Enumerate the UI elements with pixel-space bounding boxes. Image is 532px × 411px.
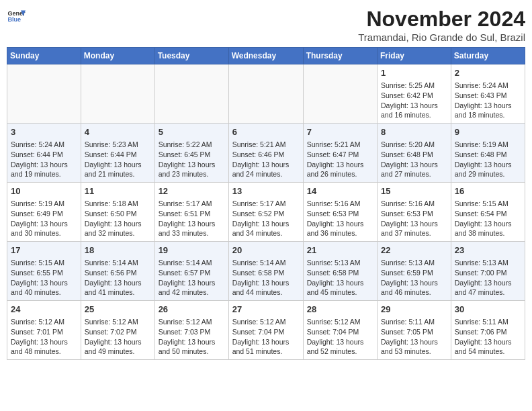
- calendar-cell: 3Sunrise: 5:24 AM Sunset: 6:44 PM Daylig…: [7, 124, 81, 183]
- day-number: 10: [11, 185, 77, 197]
- calendar-cell: 26Sunrise: 5:12 AM Sunset: 7:03 PM Dayli…: [154, 301, 228, 360]
- calendar-table: SundayMondayTuesdayWednesdayThursdayFrid…: [7, 47, 525, 360]
- calendar-cell: 23Sunrise: 5:13 AM Sunset: 7:00 PM Dayli…: [451, 242, 525, 301]
- calendar-cell: 24Sunrise: 5:12 AM Sunset: 7:01 PM Dayli…: [7, 301, 81, 360]
- day-info: Sunrise: 5:18 AM Sunset: 6:50 PM Dayligh…: [85, 199, 151, 238]
- calendar-cell: 4Sunrise: 5:23 AM Sunset: 6:44 PM Daylig…: [81, 124, 154, 183]
- day-header-thursday: Thursday: [303, 48, 377, 64]
- calendar-cell: [228, 64, 303, 124]
- day-number: 4: [85, 126, 151, 138]
- day-header-sunday: Sunday: [7, 48, 81, 64]
- day-info: Sunrise: 5:17 AM Sunset: 6:52 PM Dayligh…: [232, 199, 300, 238]
- day-number: 25: [85, 304, 151, 316]
- page-title: November 2024: [358, 7, 525, 32]
- calendar-header-row: SundayMondayTuesdayWednesdayThursdayFrid…: [7, 48, 525, 64]
- day-info: Sunrise: 5:14 AM Sunset: 6:58 PM Dayligh…: [232, 258, 300, 298]
- day-number: 2: [455, 67, 521, 79]
- calendar-cell: 14Sunrise: 5:16 AM Sunset: 6:53 PM Dayli…: [303, 183, 377, 242]
- day-number: 22: [381, 244, 447, 257]
- page-subtitle: Tramandai, Rio Grande do Sul, Brazil: [358, 32, 525, 43]
- calendar-cell: 29Sunrise: 5:11 AM Sunset: 7:05 PM Dayli…: [378, 301, 451, 360]
- day-number: 24: [11, 304, 77, 316]
- calendar-cell: 12Sunrise: 5:17 AM Sunset: 6:51 PM Dayli…: [154, 183, 228, 242]
- day-info: Sunrise: 5:23 AM Sunset: 6:44 PM Dayligh…: [85, 140, 151, 179]
- calendar-cell: 2Sunrise: 5:24 AM Sunset: 6:43 PM Daylig…: [451, 64, 525, 124]
- day-info: Sunrise: 5:25 AM Sunset: 6:42 PM Dayligh…: [381, 81, 447, 120]
- day-number: 1: [381, 67, 447, 79]
- day-info: Sunrise: 5:17 AM Sunset: 6:51 PM Dayligh…: [159, 199, 225, 238]
- day-info: Sunrise: 5:24 AM Sunset: 6:44 PM Dayligh…: [11, 140, 77, 179]
- calendar-cell: [81, 64, 154, 124]
- day-header-friday: Friday: [378, 48, 451, 64]
- day-number: 11: [85, 185, 151, 197]
- day-info: Sunrise: 5:12 AM Sunset: 7:02 PM Dayligh…: [85, 317, 151, 357]
- day-number: 17: [11, 244, 77, 257]
- logo-icon: General Blue: [7, 7, 26, 26]
- day-info: Sunrise: 5:14 AM Sunset: 6:56 PM Dayligh…: [85, 258, 151, 298]
- day-info: Sunrise: 5:11 AM Sunset: 7:06 PM Dayligh…: [455, 317, 521, 357]
- day-number: 12: [159, 185, 225, 197]
- calendar-cell: [7, 64, 81, 124]
- day-number: 26: [159, 304, 225, 316]
- day-info: Sunrise: 5:12 AM Sunset: 7:01 PM Dayligh…: [11, 317, 77, 357]
- day-header-wednesday: Wednesday: [228, 48, 303, 64]
- calendar-cell: 16Sunrise: 5:15 AM Sunset: 6:54 PM Dayli…: [451, 183, 525, 242]
- day-number: 20: [232, 244, 300, 257]
- calendar-cell: 1Sunrise: 5:25 AM Sunset: 6:42 PM Daylig…: [378, 64, 451, 124]
- calendar-cell: 19Sunrise: 5:14 AM Sunset: 6:57 PM Dayli…: [154, 242, 228, 301]
- day-header-saturday: Saturday: [451, 48, 525, 64]
- day-number: 21: [307, 244, 373, 257]
- day-number: 27: [232, 304, 300, 316]
- day-info: Sunrise: 5:13 AM Sunset: 7:00 PM Dayligh…: [455, 258, 521, 298]
- day-number: 28: [307, 304, 373, 316]
- calendar-cell: [303, 64, 377, 124]
- calendar-cell: 5Sunrise: 5:22 AM Sunset: 6:45 PM Daylig…: [154, 124, 228, 183]
- day-number: 15: [381, 185, 447, 197]
- day-number: 13: [232, 185, 300, 197]
- svg-text:Blue: Blue: [7, 16, 21, 23]
- calendar-cell: 17Sunrise: 5:15 AM Sunset: 6:55 PM Dayli…: [7, 242, 81, 301]
- calendar-cell: 27Sunrise: 5:12 AM Sunset: 7:04 PM Dayli…: [228, 301, 303, 360]
- day-info: Sunrise: 5:12 AM Sunset: 7:04 PM Dayligh…: [232, 317, 300, 357]
- calendar-cell: 8Sunrise: 5:20 AM Sunset: 6:48 PM Daylig…: [378, 124, 451, 183]
- day-info: Sunrise: 5:11 AM Sunset: 7:05 PM Dayligh…: [381, 317, 447, 357]
- day-info: Sunrise: 5:21 AM Sunset: 6:46 PM Dayligh…: [232, 140, 300, 179]
- day-number: 14: [307, 185, 373, 197]
- calendar-week-row: 1Sunrise: 5:25 AM Sunset: 6:42 PM Daylig…: [7, 64, 525, 124]
- day-info: Sunrise: 5:21 AM Sunset: 6:47 PM Dayligh…: [307, 140, 373, 179]
- day-number: 30: [455, 304, 521, 316]
- day-info: Sunrise: 5:12 AM Sunset: 7:04 PM Dayligh…: [307, 317, 373, 357]
- calendar-cell: 18Sunrise: 5:14 AM Sunset: 6:56 PM Dayli…: [81, 242, 154, 301]
- calendar-cell: [154, 64, 228, 124]
- day-number: 18: [85, 244, 151, 257]
- day-info: Sunrise: 5:24 AM Sunset: 6:43 PM Dayligh…: [455, 81, 521, 120]
- calendar-cell: 13Sunrise: 5:17 AM Sunset: 6:52 PM Dayli…: [228, 183, 303, 242]
- day-info: Sunrise: 5:19 AM Sunset: 6:48 PM Dayligh…: [455, 140, 521, 179]
- calendar-cell: 9Sunrise: 5:19 AM Sunset: 6:48 PM Daylig…: [451, 124, 525, 183]
- calendar-cell: 11Sunrise: 5:18 AM Sunset: 6:50 PM Dayli…: [81, 183, 154, 242]
- header: General Blue November 2024 Tramandai, Ri…: [7, 7, 525, 43]
- day-info: Sunrise: 5:13 AM Sunset: 6:58 PM Dayligh…: [307, 258, 373, 298]
- day-header-monday: Monday: [81, 48, 154, 64]
- day-info: Sunrise: 5:16 AM Sunset: 6:53 PM Dayligh…: [381, 199, 447, 238]
- calendar-week-row: 3Sunrise: 5:24 AM Sunset: 6:44 PM Daylig…: [7, 124, 525, 183]
- day-number: 8: [381, 126, 447, 138]
- calendar-cell: 28Sunrise: 5:12 AM Sunset: 7:04 PM Dayli…: [303, 301, 377, 360]
- calendar-cell: 10Sunrise: 5:19 AM Sunset: 6:49 PM Dayli…: [7, 183, 81, 242]
- day-number: 9: [455, 126, 521, 138]
- day-info: Sunrise: 5:15 AM Sunset: 6:54 PM Dayligh…: [455, 199, 521, 238]
- calendar-cell: 15Sunrise: 5:16 AM Sunset: 6:53 PM Dayli…: [378, 183, 451, 242]
- calendar-cell: 6Sunrise: 5:21 AM Sunset: 6:46 PM Daylig…: [228, 124, 303, 183]
- calendar-cell: 25Sunrise: 5:12 AM Sunset: 7:02 PM Dayli…: [81, 301, 154, 360]
- day-number: 23: [455, 244, 521, 257]
- calendar-week-row: 17Sunrise: 5:15 AM Sunset: 6:55 PM Dayli…: [7, 242, 525, 301]
- day-info: Sunrise: 5:15 AM Sunset: 6:55 PM Dayligh…: [11, 258, 77, 298]
- calendar-cell: 22Sunrise: 5:13 AM Sunset: 6:59 PM Dayli…: [378, 242, 451, 301]
- day-number: 7: [307, 126, 373, 138]
- calendar-cell: 7Sunrise: 5:21 AM Sunset: 6:47 PM Daylig…: [303, 124, 377, 183]
- calendar-cell: 21Sunrise: 5:13 AM Sunset: 6:58 PM Dayli…: [303, 242, 377, 301]
- day-info: Sunrise: 5:22 AM Sunset: 6:45 PM Dayligh…: [159, 140, 225, 179]
- day-header-tuesday: Tuesday: [154, 48, 228, 64]
- day-info: Sunrise: 5:16 AM Sunset: 6:53 PM Dayligh…: [307, 199, 373, 238]
- day-info: Sunrise: 5:13 AM Sunset: 6:59 PM Dayligh…: [381, 258, 447, 298]
